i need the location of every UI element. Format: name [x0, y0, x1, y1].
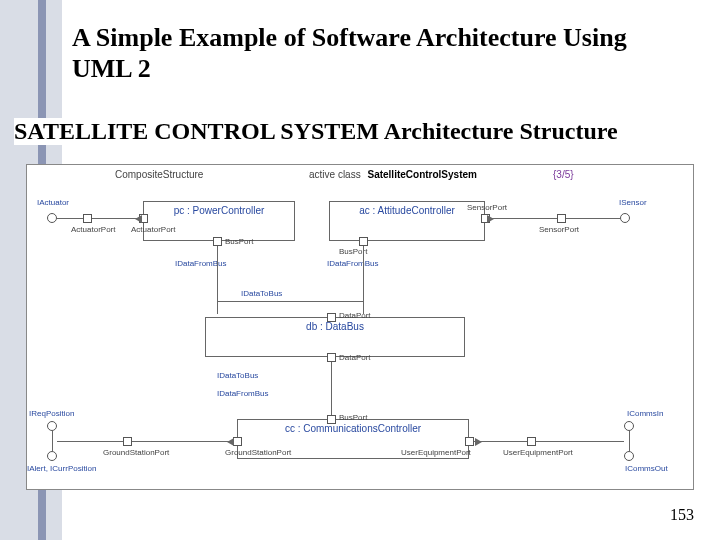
- idatafrombus-bottom-label: IDataFromBus: [217, 389, 269, 398]
- connector-line: [217, 246, 218, 314]
- cc-ground-port-left-label: GroundStationPort: [225, 448, 291, 457]
- cc-user-equipment-port: [465, 437, 474, 446]
- frame-sensor-port: [557, 214, 566, 223]
- arrow-icon: [475, 438, 482, 446]
- db-data-port-top-label: DataPort: [339, 311, 371, 320]
- isensor-label: ISensor: [619, 198, 647, 207]
- frame-index: {3/5}: [553, 169, 574, 180]
- icommsin-lollipop-icon: [624, 421, 634, 431]
- db-data-port-bottom-label: DataPort: [339, 353, 371, 362]
- pc-bus-port-label: BusPort: [225, 237, 253, 246]
- cc-ground-port-left: [233, 437, 242, 446]
- component-pc-label: pc : PowerController: [144, 205, 294, 216]
- frame-actuator-port: [83, 214, 92, 223]
- frame-class-name: SatelliteControlSystem: [367, 169, 476, 180]
- connector-line: [217, 301, 363, 302]
- actuator-port-label: ActuatorPort: [71, 225, 115, 234]
- cc-bus-port: [327, 415, 336, 424]
- frame-keyword-label: active class SatelliteControlSystem: [309, 169, 477, 180]
- isensor-lollipop-icon: [620, 213, 630, 223]
- db-data-port-bottom: [327, 353, 336, 362]
- iactuator-lollipop-icon: [47, 213, 57, 223]
- frame-kind-label: CompositeStructure: [115, 169, 203, 180]
- ac-bus-port: [359, 237, 368, 246]
- ireqposition-lollipop-icon: [47, 421, 57, 431]
- connector-line: [57, 441, 233, 442]
- idatatobus-top-label: IDataToBus: [241, 289, 282, 298]
- idatatobus-bottom-label: IDataToBus: [217, 371, 258, 380]
- slide-title: A Simple Example of Software Architectur…: [72, 22, 632, 84]
- icommsout-label: ICommsOut: [625, 464, 668, 473]
- cc-user-equipment-port-label: UserEquipmentPort: [401, 448, 471, 457]
- db-data-port-top: [327, 313, 336, 322]
- page-number: 153: [670, 506, 694, 524]
- ialert-icurrposition-label: IAlert, ICurrPosition: [27, 464, 96, 473]
- icommsin-label: ICommsIn: [627, 409, 663, 418]
- connector-line: [52, 441, 53, 451]
- frame-user-equipment-port-label: UserEquipmentPort: [503, 448, 573, 457]
- frame-user-equipment-port: [527, 437, 536, 446]
- component-ac-label: ac : AttitudeController: [330, 205, 484, 216]
- arrow-icon: [227, 438, 234, 446]
- ialert-lollipop-icon: [47, 451, 57, 461]
- frame-ground-station-port: [123, 437, 132, 446]
- component-attitude-controller: ac : AttitudeController: [329, 201, 485, 241]
- connector-line: [57, 218, 143, 219]
- component-data-bus: db : DataBus: [205, 317, 465, 357]
- ireqposition-label: IReqPosition: [29, 409, 74, 418]
- connector-line: [490, 218, 620, 219]
- connector-line: [474, 441, 624, 442]
- frame-ground-port-label: GroundStationPort: [103, 448, 169, 457]
- pc-bus-port: [213, 237, 222, 246]
- pc-datafrombus-label: IDataFromBus: [175, 259, 227, 268]
- uml-composite-structure-frame: CompositeStructure active class Satellit…: [26, 164, 694, 490]
- component-cc-label: cc : CommunicationsController: [238, 423, 468, 434]
- ac-sensor-port-label: SensorPort: [467, 203, 507, 212]
- iactuator-label: IActuator: [37, 198, 69, 207]
- connector-line: [331, 362, 332, 416]
- cc-bus-port-label: BusPort: [339, 413, 367, 422]
- arrow-icon: [135, 215, 142, 223]
- connector-line: [363, 246, 364, 314]
- component-power-controller: pc : PowerController: [143, 201, 295, 241]
- arrow-icon: [487, 215, 494, 223]
- slide-subtitle: SATELLITE CONTROL SYSTEM Architecture St…: [14, 118, 714, 145]
- ac-datafrombus-label: IDataFromBus: [327, 259, 379, 268]
- connector-line: [629, 431, 630, 441]
- pc-actuator-port-label: ActuatorPort: [131, 225, 175, 234]
- icommsout-lollipop-icon: [624, 451, 634, 461]
- connector-line: [52, 431, 53, 441]
- sensor-port-label: SensorPort: [539, 225, 579, 234]
- frame-keyword: active class: [309, 169, 361, 180]
- connector-line: [629, 441, 630, 451]
- component-db-label: db : DataBus: [206, 321, 464, 332]
